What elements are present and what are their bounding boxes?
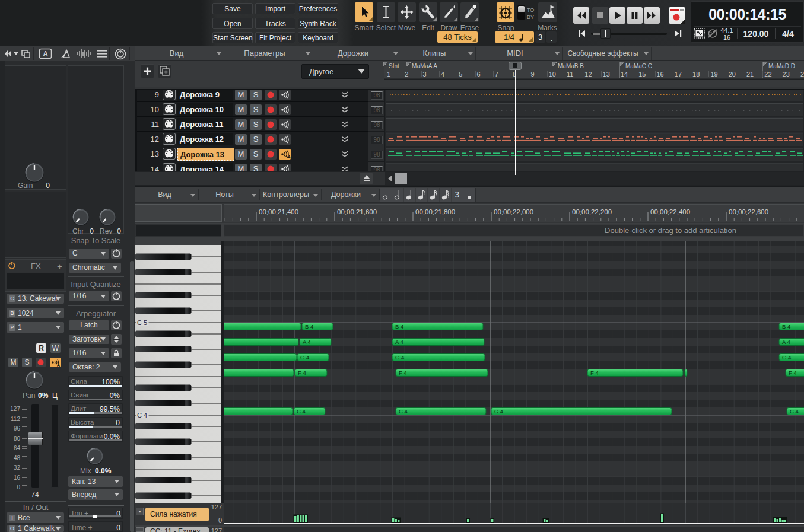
svg-text:C 4: C 4 [790,408,799,415]
svg-text:A 4: A 4 [303,339,311,345]
svg-text:A 4: A 4 [782,339,790,345]
svg-text:F 4: F 4 [590,369,599,376]
svg-text:A 4: A 4 [395,339,403,345]
svg-text:F 4: F 4 [399,369,407,376]
svg-text:C 4: C 4 [399,408,408,415]
svg-text:C 4: C 4 [494,408,503,415]
svg-text:G 4: G 4 [395,354,404,361]
svg-text:C 4: C 4 [137,412,147,419]
svg-text:B 4: B 4 [395,323,403,330]
svg-text:F 4: F 4 [298,369,306,376]
svg-text:00;00;21,400: 00;00;21,400 [259,208,298,215]
svg-text:C 5: C 5 [137,319,147,326]
svg-text:00;00;22,000: 00;00;22,000 [494,208,533,215]
svg-text:B 4: B 4 [305,323,313,330]
svg-text:G 4: G 4 [782,354,791,361]
svg-text:00;00;21,600: 00;00;21,600 [337,208,377,215]
svg-text:A: A [43,50,48,58]
svg-text:00;00;22,600: 00;00;22,600 [729,208,768,215]
svg-text:C 4: C 4 [297,408,306,415]
svg-text:00;00;22,400: 00;00;22,400 [650,208,690,215]
svg-text:G 4: G 4 [300,354,309,361]
svg-text:B 4: B 4 [782,323,790,330]
svg-text:00;00;22,200: 00;00;22,200 [572,208,612,215]
svg-text:A: A [57,363,60,367]
svg-text:F 4: F 4 [789,369,797,376]
svg-text:00;00;21,800: 00;00;21,800 [415,208,455,215]
svg-text:A: A [288,154,291,160]
